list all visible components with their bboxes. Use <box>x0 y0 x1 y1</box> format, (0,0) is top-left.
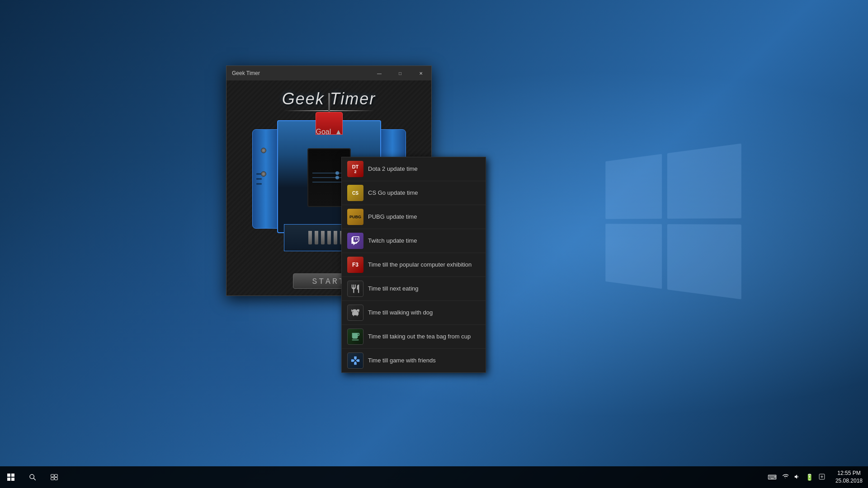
tea-icon <box>347 328 363 345</box>
svg-rect-2 <box>51 474 54 477</box>
dropdown-item-food[interactable]: Time till next eating <box>342 277 486 301</box>
screws-left <box>261 148 266 177</box>
dropdown-item-csgo[interactable]: CS CS Go update time <box>342 181 486 205</box>
food-label: Time till next eating <box>368 285 419 293</box>
svg-line-1 <box>33 478 36 480</box>
svg-rect-4 <box>51 478 54 480</box>
pubg-icon: PUBG <box>347 209 363 225</box>
clock-date: 25.08.2018 <box>835 477 863 485</box>
goal-dropdown-menu: DT2 Dota 2 update time CS CS Go update t… <box>341 157 486 373</box>
svg-point-0 <box>30 474 34 479</box>
window-controls: — □ ✕ <box>369 66 431 80</box>
dropdown-item-pubg[interactable]: PUBG PUBG update time <box>342 205 486 229</box>
pubg-label: PUBG update time <box>368 213 417 221</box>
taskbar: ⌨ 🔋 12:55 PM 25.08.2018 <box>0 466 868 488</box>
f3-label: Time till the popular computer exhibitio… <box>368 261 472 269</box>
clock-time: 12:55 PM <box>837 469 860 477</box>
screen-line-3 <box>312 182 346 183</box>
dog-label: Time till walking with dog <box>368 309 433 317</box>
wifi-icon <box>781 474 790 481</box>
desktop: Geek Timer — □ ✕ Geek Timer <box>0 0 868 488</box>
maximize-button[interactable]: □ <box>390 66 410 80</box>
svg-rect-3 <box>55 474 58 477</box>
csgo-icon: CS <box>347 185 363 201</box>
goal-arrow-icon: ▲ <box>335 128 342 136</box>
svg-rect-5 <box>55 478 58 480</box>
dropdown-item-dota2[interactable]: DT2 Dota 2 update time <box>342 157 486 181</box>
search-button[interactable] <box>22 466 43 488</box>
dog-icon <box>347 305 363 321</box>
network-icon <box>817 474 826 481</box>
dropdown-item-dog[interactable]: Time till walking with dog <box>342 301 486 325</box>
dota2-label: Dota 2 update time <box>368 165 418 173</box>
f3-icon: F3 <box>347 257 363 273</box>
screen-line-1 <box>312 173 346 174</box>
close-button[interactable]: ✕ <box>410 66 431 80</box>
window-title: Geek Timer <box>232 70 369 76</box>
windows-logo-decoration <box>597 154 778 334</box>
task-view-icon <box>51 474 58 481</box>
twitch-label: Twitch update time <box>368 237 417 245</box>
twitch-icon <box>347 233 363 249</box>
dropdown-item-tea[interactable]: Time till taking out the tea bag from cu… <box>342 325 486 349</box>
dota2-icon: DT2 <box>347 161 363 177</box>
dropdown-item-f3[interactable]: F3 Time till the popular computer exhibi… <box>342 253 486 277</box>
minimize-button[interactable]: — <box>369 66 390 80</box>
task-view-button[interactable] <box>43 466 65 488</box>
side-panel-left <box>252 129 279 229</box>
battery-icon: 🔋 <box>804 474 815 481</box>
screen-line-2 <box>312 177 346 178</box>
title-bar: Geek Timer — □ ✕ <box>226 66 431 80</box>
csgo-label: CS Go update time <box>368 189 418 197</box>
goal-dropdown-label[interactable]: Goal ▲ <box>316 128 342 136</box>
dropdown-item-game[interactable]: Time till game with friends <box>342 349 486 372</box>
volume-icon <box>793 474 802 481</box>
food-icon <box>347 281 363 297</box>
game-icon <box>347 352 363 369</box>
dropdown-item-twitch[interactable]: Twitch update time <box>342 229 486 253</box>
clock-display[interactable]: 12:55 PM 25.08.2018 <box>830 469 868 485</box>
windows-logo-icon <box>7 474 14 481</box>
start-menu-button[interactable] <box>0 466 22 488</box>
game-label: Time till game with friends <box>368 357 436 365</box>
tea-label: Time till taking out the tea bag from cu… <box>368 333 471 341</box>
search-icon <box>29 474 36 481</box>
keyboard-icon: ⌨ <box>766 474 778 481</box>
taskbar-right: ⌨ 🔋 12:55 PM 25.08.2018 <box>763 466 868 488</box>
system-tray-icons: ⌨ 🔋 <box>763 474 830 481</box>
